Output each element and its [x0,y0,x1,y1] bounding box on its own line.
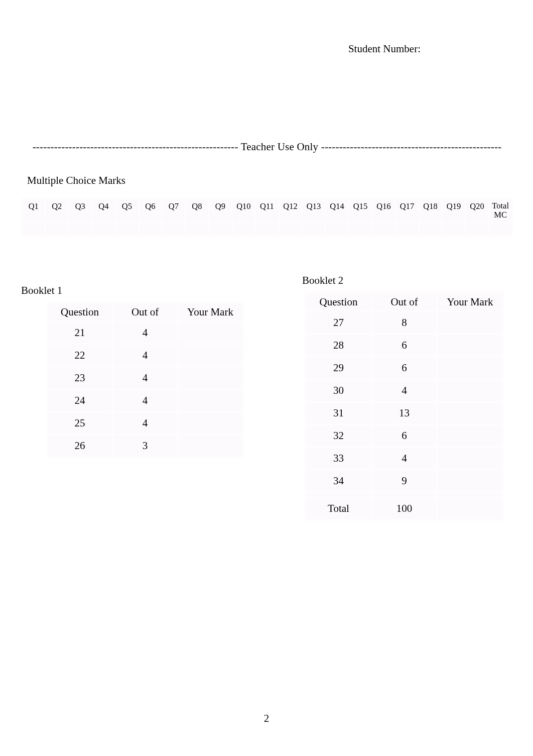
booklet2-q: 33 [306,447,371,470]
mc-data-row [22,223,512,236]
booklet2-outof: 6 [371,334,437,357]
booklet1-outof: 4 [112,367,178,389]
mc-col-q18: Q18 [419,199,442,223]
mc-col-q14: Q14 [325,199,349,223]
booklet1-mark [178,412,243,435]
booklet-2-table: Question Out of Your Mark 27 8 28 6 [305,292,504,521]
booklet2-outof: 6 [371,357,437,379]
booklet1-q: 25 [47,412,112,435]
booklet1-mark [178,367,243,389]
booklet2-outof: 13 [371,402,437,424]
mc-cell [349,223,372,236]
booklet1-outof: 4 [112,412,178,435]
table-spacer-row [306,492,503,497]
mc-cell [92,223,115,236]
booklet1-header-yourmark: Your Mark [178,303,243,321]
booklet2-mark [437,311,503,334]
teacher-use-only-divider: ----------------------------------------… [21,141,513,153]
booklet2-mark [437,470,503,492]
mc-cell [69,223,92,236]
booklet-1-section: Booklet 1 Question Out of Your Mark 21 4 [21,274,242,458]
mc-col-q12: Q12 [279,199,302,223]
mc-col-q8: Q8 [185,199,209,223]
booklet2-header-question: Question [306,293,371,311]
table-row: 21 4 [47,321,243,344]
table-row: 34 9 [306,470,503,492]
booklet2-mark [437,379,503,402]
booklet2-q: 32 [306,424,371,447]
table-row: 28 6 [306,334,503,357]
mc-cell [419,223,442,236]
mc-col-q15: Q15 [349,199,372,223]
table-row: 33 4 [306,447,503,470]
mc-col-q16: Q16 [372,199,395,223]
booklet2-outof: 8 [371,311,437,334]
booklet1-q: 26 [47,435,112,457]
table-row: 26 3 [47,435,243,457]
booklet-2-title: Booklet 2 [302,274,503,287]
table-row: 23 4 [47,367,243,389]
booklet1-mark [178,344,243,367]
mc-cell [325,223,349,236]
booklet2-total-outof: 100 [371,497,437,520]
booklet1-mark [178,321,243,344]
mc-header-row: Q1 Q2 Q3 Q4 Q5 Q6 Q7 Q8 Q9 Q10 Q11 Q12 Q… [22,199,512,223]
table-row: 31 13 [306,402,503,424]
booklet2-total-mark [437,497,503,520]
mc-cell [255,223,279,236]
mc-total-label-1: Total [492,201,509,210]
mc-col-q3: Q3 [69,199,92,223]
mc-cell [162,223,186,236]
page-number: 2 [0,712,533,725]
mc-col-q7: Q7 [162,199,186,223]
mc-col-q2: Q2 [45,199,69,223]
booklet1-mark [178,389,243,412]
booklet1-mark [178,435,243,457]
booklet1-q: 21 [47,321,112,344]
spacer-cell [437,492,503,497]
mc-cell [302,223,326,236]
mc-col-q20: Q20 [465,199,489,223]
booklet2-total-label: Total [306,497,371,520]
mc-cell [22,223,46,236]
booklet2-header-yourmark: Your Mark [437,293,503,311]
mc-col-q19: Q19 [442,199,466,223]
mc-col-q13: Q13 [302,199,326,223]
mc-cell [139,223,162,236]
mc-cell [442,223,466,236]
mc-cell [489,223,512,236]
student-number-label: Student Number: [21,43,513,55]
table-row: 24 4 [47,389,243,412]
mc-col-q10: Q10 [232,199,255,223]
booklet1-q: 22 [47,344,112,367]
booklet2-outof: 4 [371,447,437,470]
mc-cell [279,223,302,236]
table-row: 29 6 [306,357,503,379]
booklet2-outof: 6 [371,424,437,447]
mc-col-q17: Q17 [395,199,419,223]
booklet1-outof: 4 [112,344,178,367]
table-row: 30 4 [306,379,503,402]
table-header-row: Question Out of Your Mark [306,293,503,311]
booklet2-mark [437,424,503,447]
booklet2-mark [437,334,503,357]
table-row: 27 8 [306,311,503,334]
booklet1-q: 23 [47,367,112,389]
booklet2-outof: 4 [371,379,437,402]
spacer-cell [306,492,371,497]
table-header-row: Question Out of Your Mark [47,303,243,321]
table-row: 32 6 [306,424,503,447]
mc-cell [45,223,69,236]
booklet2-mark [437,447,503,470]
booklet2-q: 31 [306,402,371,424]
booklet1-outof: 4 [112,321,178,344]
booklet2-q: 28 [306,334,371,357]
booklet-1-title: Booklet 1 [21,284,242,297]
table-row: 25 4 [47,412,243,435]
booklet-2-section: Booklet 2 Question Out of Your Mark 27 8 [302,274,503,521]
booklet2-mark [437,357,503,379]
booklet1-outof: 3 [112,435,178,457]
mc-col-q5: Q5 [115,199,139,223]
booklet2-q: 34 [306,470,371,492]
booklet2-q: 29 [306,357,371,379]
